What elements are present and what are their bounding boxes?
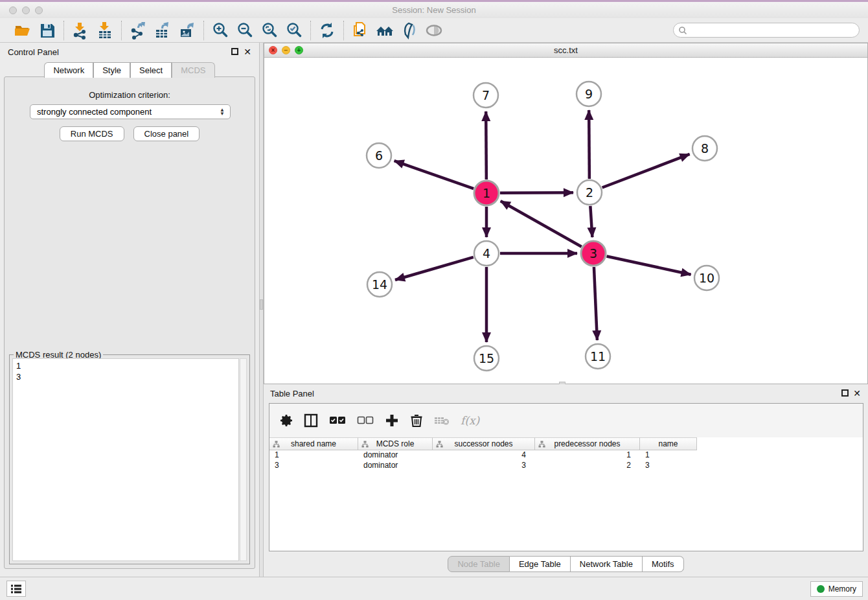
status-bar: Memory	[0, 577, 868, 600]
memory-button[interactable]: Memory	[810, 581, 863, 597]
graph-edge-2-3[interactable]	[590, 206, 592, 237]
mcds-result-groupbox: MCDS result (2 nodes) 1 3	[9, 354, 250, 564]
application-window: Session: New Session	[0, 0, 868, 600]
memory-label: Memory	[828, 584, 856, 594]
graph-edge-3-10[interactable]	[607, 256, 691, 274]
column-layout-icon[interactable]	[304, 413, 318, 428]
add-row-icon[interactable]	[385, 413, 399, 428]
cell-shared_name: 3	[269, 461, 358, 471]
close-panel-icon[interactable]: ✕	[244, 47, 251, 57]
graph-node-10[interactable]: 10	[694, 266, 719, 290]
column-header-shared-name[interactable]: shared name	[269, 437, 358, 450]
refresh-layout-icon[interactable]	[317, 21, 337, 40]
select-all-icon[interactable]	[329, 415, 346, 426]
svg-text:7: 7	[482, 88, 490, 102]
table-row[interactable]: 1dominator411	[269, 450, 863, 461]
network-window-titlebar[interactable]: × − + scc.txt	[264, 43, 867, 58]
table-row[interactable]: 3dominator323	[269, 461, 863, 471]
import-network-icon[interactable]	[71, 21, 90, 40]
export-image-icon[interactable]	[177, 21, 197, 40]
graph-edge-1-2[interactable]	[500, 192, 573, 193]
window-title: Session: New Session	[0, 5, 868, 15]
svg-text:4: 4	[483, 246, 490, 260]
graph-edge-3-1[interactable]	[501, 201, 582, 246]
run-mcds-button[interactable]: Run MCDS	[60, 126, 124, 141]
graph-node-2[interactable]: 2	[577, 180, 602, 205]
vertical-splitter[interactable]	[259, 43, 264, 577]
graph-node-14[interactable]: 14	[367, 272, 392, 297]
search-input[interactable]	[690, 26, 859, 35]
zoom-selected-icon[interactable]	[284, 21, 304, 40]
network-graph[interactable]: 7968124314101511	[264, 58, 867, 384]
zoom-in-icon[interactable]	[211, 21, 230, 40]
main-toolbar	[0, 18, 868, 43]
open-session-icon[interactable]	[13, 21, 32, 40]
float-table-panel-icon[interactable]	[841, 389, 849, 397]
tab-network[interactable]: Network	[44, 62, 93, 78]
graph-node-8[interactable]: 8	[692, 136, 717, 161]
deselect-all-icon[interactable]	[357, 415, 374, 426]
memory-status-icon	[817, 585, 825, 593]
cell-successor_nodes: 4	[433, 450, 535, 461]
splitter-grip[interactable]	[260, 299, 263, 310]
search-field[interactable]	[673, 23, 860, 38]
tab-motifs[interactable]: Motifs	[643, 556, 684, 572]
graph-edge-1-7[interactable]	[486, 111, 486, 179]
mcds-result-textarea[interactable]: 1 3	[12, 358, 239, 561]
graph-edge-2-9[interactable]	[589, 110, 589, 179]
tab-edge-table[interactable]: Edge Table	[510, 556, 571, 572]
export-network-icon[interactable]	[128, 21, 148, 40]
control-panel-tabs: Network Style Select MCDS	[0, 62, 259, 78]
list-icon	[10, 584, 22, 594]
apply-style-icon[interactable]	[400, 21, 419, 40]
export-table-icon[interactable]	[153, 21, 172, 40]
svg-text:6: 6	[375, 148, 383, 163]
cell-predecessor_nodes: 2	[535, 461, 640, 471]
close-panel-button[interactable]: Close panel	[133, 126, 200, 141]
svg-text:14: 14	[372, 277, 387, 292]
zoom-fit-icon[interactable]	[260, 21, 279, 40]
column-header-name[interactable]: name	[640, 437, 697, 450]
float-panel-icon[interactable]	[231, 48, 238, 55]
column-header-MCDS-role[interactable]: MCDS role	[358, 437, 433, 450]
tab-network-table[interactable]: Network Table	[571, 556, 643, 572]
first-neighbors-icon[interactable]	[375, 21, 394, 40]
task-history-button[interactable]	[6, 581, 26, 597]
graph-edge-4-14[interactable]	[395, 257, 474, 280]
table-panel: Table Panel ✕	[264, 384, 868, 577]
result-scrollbar[interactable]	[240, 358, 247, 561]
function-builder-icon[interactable]: f(x)	[461, 414, 479, 427]
graph-edge-2-8[interactable]	[602, 154, 690, 188]
graph-edge-3-11[interactable]	[594, 267, 597, 340]
close-table-panel-icon[interactable]: ✕	[853, 388, 861, 398]
delete-table-icon[interactable]	[434, 415, 450, 426]
column-header-successor-nodes[interactable]: successor nodes	[433, 437, 535, 450]
graph-edge-1-6[interactable]	[394, 161, 474, 189]
tab-select[interactable]: Select	[130, 62, 172, 78]
graph-node-9[interactable]: 9	[577, 82, 601, 106]
graph-node-4[interactable]: 4	[474, 241, 499, 266]
graph-node-1[interactable]: 1	[474, 181, 499, 205]
graph-node-6[interactable]: 6	[367, 143, 391, 168]
table-rows: 1dominator4113dominator323	[269, 450, 863, 471]
tab-style[interactable]: Style	[93, 62, 130, 78]
table-settings-icon[interactable]	[280, 414, 293, 427]
criterion-dropdown[interactable]: strongly connected component ▲▼	[30, 104, 231, 119]
graph-node-7[interactable]: 7	[474, 83, 498, 108]
graph-node-11[interactable]: 11	[586, 344, 610, 369]
svg-text:8: 8	[701, 141, 709, 156]
show-hide-graphics-icon[interactable]	[424, 21, 444, 40]
node-table-container: f(x) shared nameMCDS rolesuccessor nodes…	[269, 403, 863, 551]
import-table-icon[interactable]	[95, 21, 115, 40]
tab-mcds[interactable]: MCDS	[172, 62, 214, 78]
criterion-dropdown-value: strongly connected component	[37, 107, 152, 117]
graph-node-15[interactable]: 15	[474, 346, 499, 371]
tab-node-table[interactable]: Node Table	[448, 556, 510, 572]
save-session-icon[interactable]	[38, 21, 57, 40]
cell-name: 1	[640, 450, 697, 461]
delete-row-icon[interactable]	[410, 413, 423, 428]
zoom-out-icon[interactable]	[235, 21, 255, 40]
column-header-predecessor-nodes[interactable]: predecessor nodes	[535, 437, 640, 450]
duplicate-network-icon[interactable]	[350, 21, 370, 40]
graph-node-3[interactable]: 3	[581, 241, 606, 266]
